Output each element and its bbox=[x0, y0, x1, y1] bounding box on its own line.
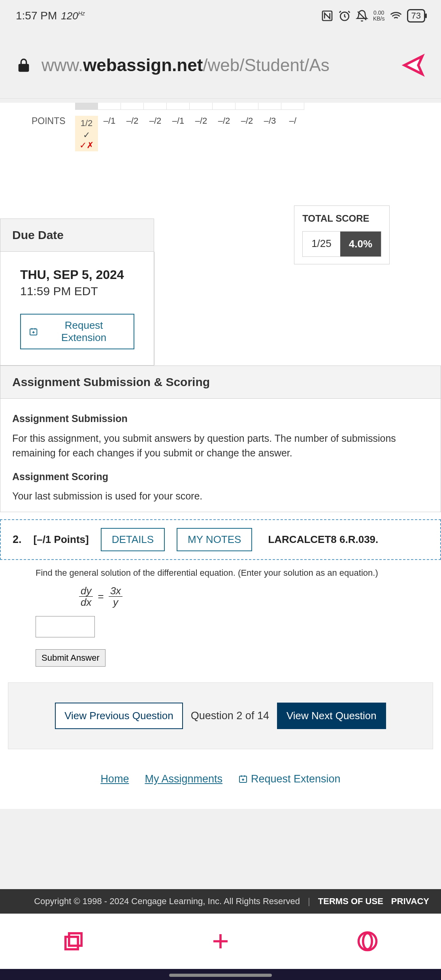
calendar-plus-icon bbox=[238, 774, 248, 784]
nfc-icon bbox=[321, 9, 334, 22]
calendar-plus-icon bbox=[29, 327, 38, 336]
submission-subhead1: Assignment Submission bbox=[12, 411, 429, 426]
points-cell: –/ bbox=[281, 116, 304, 151]
home-link[interactable]: Home bbox=[100, 773, 129, 785]
svg-rect-4 bbox=[69, 933, 82, 946]
battery-indicator: 73 bbox=[407, 9, 425, 23]
submission-header: Assignment Submission & Scoring bbox=[0, 366, 441, 399]
points-cells: 1/2✓✓✗ –/1 –/2 –/2 –/1 –/2 –/2 –/2 –/3 –… bbox=[75, 116, 304, 151]
submission-text2: Your last submission is used for your sc… bbox=[12, 489, 429, 504]
points-cell: –/2 bbox=[190, 116, 213, 151]
question-prompt: Find the general solution of the differe… bbox=[36, 568, 405, 578]
copyright-text: Copyright © 1998 - 2024 Cengage Learning… bbox=[34, 896, 300, 906]
prev-question-button[interactable]: View Previous Question bbox=[55, 703, 183, 729]
points-cell: –/1 bbox=[98, 116, 121, 151]
url-text[interactable]: www.webassign.net/web/Student/As bbox=[41, 55, 392, 75]
refresh-rate: 120 bbox=[61, 10, 78, 22]
answer-input[interactable] bbox=[36, 616, 95, 637]
points-cell: –/1 bbox=[167, 116, 190, 151]
points-cell: –/2 bbox=[121, 116, 144, 151]
my-notes-button[interactable]: MY NOTES bbox=[177, 528, 252, 551]
url-bar[interactable]: www.webassign.net/web/Student/As bbox=[0, 32, 441, 99]
status-time: 1:57 PM bbox=[16, 9, 57, 22]
submission-section: Assignment Submission & Scoring Assignme… bbox=[0, 366, 441, 512]
svg-rect-5 bbox=[66, 937, 78, 950]
lock-icon bbox=[16, 57, 32, 73]
request-extension-link[interactable]: Request Extension bbox=[238, 773, 341, 785]
request-extension-button[interactable]: Request Extension bbox=[20, 314, 134, 349]
footer-links: Home My Assignments Request Extension bbox=[0, 749, 441, 809]
points-cell: –/3 bbox=[258, 116, 281, 151]
points-cell: 1/2✓✓✗ bbox=[75, 116, 98, 151]
my-assignments-link[interactable]: My Assignments bbox=[145, 773, 222, 785]
status-bar: 1:57 PM 120Hz 0.00KB/s 73 bbox=[0, 0, 441, 32]
tabs-icon[interactable] bbox=[63, 931, 84, 952]
copyright-bar: Copyright © 1998 - 2024 Cengage Learning… bbox=[0, 889, 441, 914]
due-date-section: Due Date THU, SEP 5, 2024 11:59 PM EDT R… bbox=[0, 219, 154, 366]
differential-equation: dydx = 3xy bbox=[79, 585, 405, 608]
question-number: 2. bbox=[13, 533, 22, 546]
opera-icon[interactable] bbox=[357, 931, 378, 952]
total-score-box: TOTAL SCORE 1/25 4.0% bbox=[294, 205, 390, 264]
question-body: Find the general solution of the differe… bbox=[0, 560, 441, 682]
due-time: 11:59 PM EDT bbox=[20, 285, 134, 298]
svg-point-7 bbox=[363, 933, 372, 950]
submission-subhead2: Assignment Scoring bbox=[12, 469, 429, 484]
score-fraction: 1/25 bbox=[303, 232, 340, 256]
question-header-bar: 2. [–/1 Points] DETAILS MY NOTES LARCALC… bbox=[0, 519, 441, 560]
privacy-link[interactable]: PRIVACY bbox=[391, 896, 429, 906]
points-cell: –/2 bbox=[213, 116, 236, 151]
notification-off-icon bbox=[356, 9, 368, 22]
question-reference: LARCALCET8 6.R.039. bbox=[268, 533, 378, 546]
points-cell: –/2 bbox=[144, 116, 167, 151]
wifi-icon bbox=[390, 9, 402, 22]
due-date-header: Due Date bbox=[0, 219, 154, 252]
submit-answer-button[interactable]: Submit Answer bbox=[36, 649, 106, 667]
points-cell: –/2 bbox=[236, 116, 258, 151]
question-nav: View Previous Question Question 2 of 14 … bbox=[8, 682, 433, 749]
points-label: POINTS bbox=[32, 116, 75, 126]
total-score-label: TOTAL SCORE bbox=[302, 213, 381, 224]
due-date: THU, SEP 5, 2024 bbox=[20, 268, 134, 282]
question-position: Question 2 of 14 bbox=[191, 710, 269, 722]
svg-point-6 bbox=[359, 933, 377, 950]
send-icon[interactable] bbox=[401, 53, 425, 77]
details-button[interactable]: DETAILS bbox=[101, 528, 165, 551]
next-question-button[interactable]: View Next Question bbox=[277, 703, 386, 729]
score-percent: 4.0% bbox=[340, 232, 381, 256]
terms-link[interactable]: TERMS OF USE bbox=[318, 896, 383, 906]
gesture-handle[interactable] bbox=[169, 974, 272, 977]
alarm-icon bbox=[338, 9, 351, 22]
points-row: POINTS 1/2✓✓✗ –/1 –/2 –/2 –/1 –/2 –/2 –/… bbox=[0, 110, 441, 163]
network-speed: 0.00KB/s bbox=[373, 10, 385, 22]
plus-icon[interactable] bbox=[210, 931, 231, 952]
submission-text1: For this assignment, you submit answers … bbox=[12, 431, 429, 461]
browser-bottom-nav bbox=[0, 914, 441, 969]
question-points: [–/1 Points] bbox=[34, 533, 89, 546]
